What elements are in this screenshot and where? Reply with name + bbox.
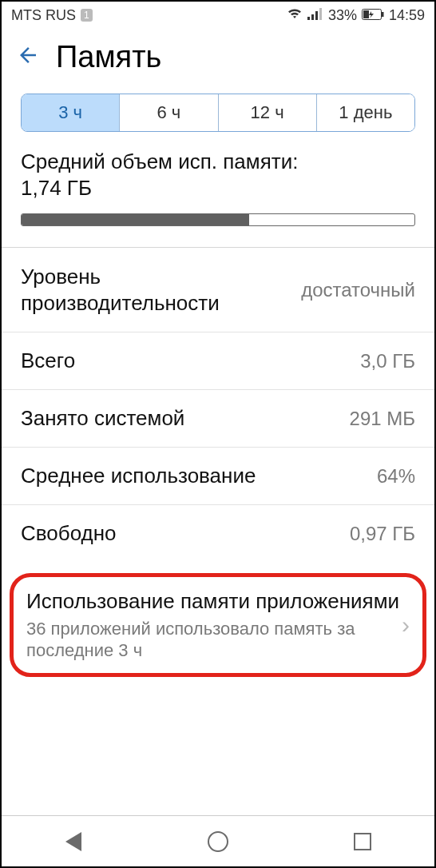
nav-home-button[interactable] (205, 829, 231, 854)
apps-memory-title: Использование памяти приложениями (26, 588, 402, 615)
row-system-value: 291 МБ (350, 408, 415, 430)
row-system-label: Занято системой (21, 406, 184, 431)
status-right: 33% 14:59 (287, 7, 425, 24)
signal-icon (307, 7, 323, 24)
sim-badge: 1 (81, 9, 93, 22)
memory-progress-fill (22, 214, 249, 225)
nav-bar (2, 815, 434, 866)
svg-rect-5 (382, 12, 384, 17)
row-performance-value: достаточный (301, 279, 415, 301)
row-total[interactable]: Всего 3,0 ГБ (2, 332, 434, 390)
avg-memory-value: 1,74 ГБ (21, 176, 415, 201)
clock: 14:59 (389, 7, 425, 24)
row-average[interactable]: Среднее использование 64% (2, 448, 434, 505)
nav-back-button[interactable] (61, 829, 86, 854)
status-left: MTS RUS 1 (11, 7, 93, 24)
segment-1day[interactable]: 1 день (317, 94, 414, 131)
segment-3h[interactable]: 3 ч (22, 94, 120, 131)
row-performance[interactable]: Уровень производительности достаточный (2, 248, 434, 332)
status-bar: MTS RUS 1 33% 14:59 (2, 2, 434, 29)
carrier-label: MTS RUS (11, 7, 76, 24)
header: Память (2, 29, 434, 94)
apps-memory-texts: Использование памяти приложениями 36 при… (26, 588, 402, 662)
segment-6h[interactable]: 6 ч (120, 94, 218, 131)
page-title: Память (56, 40, 161, 74)
avg-memory-label: Средний объем исп. памяти: (21, 149, 415, 174)
chevron-right-icon: › (402, 611, 410, 639)
avg-memory-block: Средний объем исп. памяти: 1,74 ГБ (2, 149, 434, 236)
row-average-value: 64% (377, 465, 415, 488)
svg-rect-6 (363, 10, 369, 18)
svg-rect-3 (319, 8, 322, 20)
memory-progress (21, 213, 415, 226)
apps-memory-usage[interactable]: Использование памяти приложениями 36 при… (10, 573, 426, 677)
svg-rect-0 (307, 17, 310, 20)
row-free-value: 0,97 ГБ (350, 523, 415, 545)
battery-pct: 33% (328, 7, 357, 24)
row-system[interactable]: Занято системой 291 МБ (2, 390, 434, 448)
row-free[interactable]: Свободно 0,97 ГБ (2, 505, 434, 562)
wifi-icon (287, 7, 303, 24)
time-range-segmented: 3 ч 6 ч 12 ч 1 день (21, 94, 415, 132)
battery-icon (362, 7, 384, 24)
device-frame: MTS RUS 1 33% 14:59 Память 3 ч 6 ч 12 ч … (0, 0, 436, 868)
svg-rect-2 (315, 11, 318, 20)
row-free-label: Свободно (21, 521, 117, 546)
back-icon[interactable] (16, 43, 40, 71)
row-total-label: Всего (21, 348, 75, 373)
nav-recent-button[interactable] (350, 829, 375, 854)
apps-memory-subtitle: 36 приложений использовало память за пос… (26, 618, 402, 662)
row-performance-label: Уровень производительности (21, 264, 276, 316)
row-average-label: Среднее использование (21, 464, 256, 488)
segment-12h[interactable]: 12 ч (219, 94, 317, 131)
row-total-value: 3,0 ГБ (360, 350, 415, 372)
svg-rect-1 (311, 14, 314, 20)
